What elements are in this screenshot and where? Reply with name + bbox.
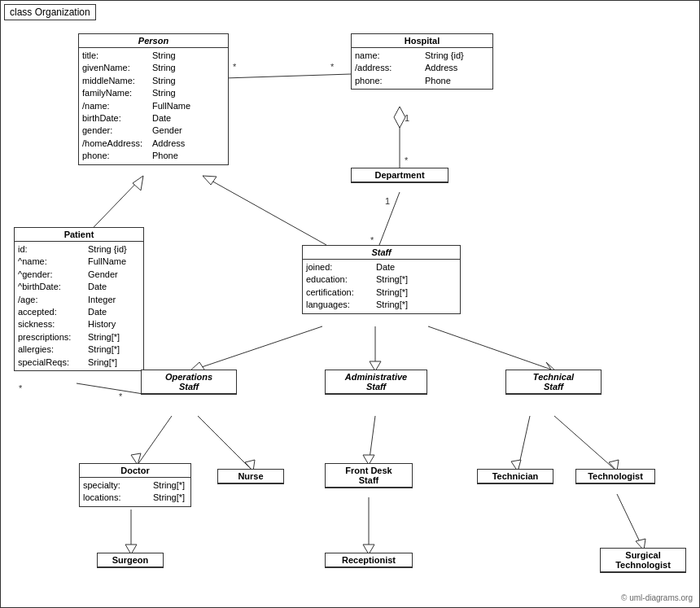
svg-line-21 xyxy=(428,326,556,371)
operations-staff-box: Operations Staff xyxy=(141,370,237,395)
svg-text:*: * xyxy=(330,62,335,72)
svg-text:*: * xyxy=(119,391,123,401)
svg-marker-11 xyxy=(133,176,143,190)
receptionist-box: Receptionist xyxy=(325,553,413,568)
diagram-container: class Organization * * 1 * 1 * * * xyxy=(0,0,700,608)
svg-text:1: 1 xyxy=(405,113,409,123)
technologist-title: Technologist xyxy=(576,470,654,483)
svg-line-31 xyxy=(554,416,617,471)
svg-line-7 xyxy=(379,192,400,245)
technologist-box: Technologist xyxy=(575,469,655,484)
operations-staff-title: Operations Staff xyxy=(142,370,236,394)
svg-text:*: * xyxy=(19,383,23,393)
doctor-box: Doctor specialty:String[*] locations:Str… xyxy=(79,463,191,507)
doctor-title: Doctor xyxy=(80,464,190,478)
nurse-box: Nurse xyxy=(217,469,284,484)
admin-staff-box: Administrative Staff xyxy=(325,370,427,395)
technical-staff-title: Technical Staff xyxy=(506,370,601,394)
svg-line-27 xyxy=(369,416,375,465)
technician-box: Technician xyxy=(477,469,553,484)
svg-line-0 xyxy=(225,74,351,78)
technical-staff-box: Technical Staff xyxy=(505,370,602,395)
svg-line-17 xyxy=(190,326,322,371)
svg-line-12 xyxy=(203,176,326,245)
hospital-attrs: name:String {id} /address:Address phone:… xyxy=(352,48,492,89)
staff-attrs: joined:Date education:String[*] certific… xyxy=(303,260,460,313)
admin-staff-title: Administrative Staff xyxy=(326,370,427,394)
svg-line-25 xyxy=(198,416,253,471)
svg-text:*: * xyxy=(405,155,409,165)
svg-text:1: 1 xyxy=(385,196,390,206)
svg-line-16 xyxy=(77,383,143,394)
hospital-title: Hospital xyxy=(352,34,492,48)
svg-line-37 xyxy=(617,494,644,550)
copyright: © uml-diagrams.org xyxy=(621,593,693,602)
svg-marker-13 xyxy=(203,176,217,185)
svg-text:*: * xyxy=(233,62,237,72)
technician-title: Technician xyxy=(478,470,553,483)
hospital-box: Hospital name:String {id} /address:Addre… xyxy=(351,33,493,90)
svg-line-23 xyxy=(138,416,172,465)
person-title: Person xyxy=(79,34,228,48)
person-box: Person title:String givenName:String mid… xyxy=(78,33,229,165)
department-box: Department xyxy=(351,168,448,183)
surgeon-title: Surgeon xyxy=(98,553,163,567)
surgical-technologist-box: Surgical Technologist xyxy=(600,548,686,573)
svg-line-29 xyxy=(518,416,530,471)
surgeon-box: Surgeon xyxy=(97,553,164,568)
person-attrs: title:String givenName:String middleName… xyxy=(79,48,228,164)
patient-title: Patient xyxy=(15,228,143,242)
svg-marker-4 xyxy=(394,107,405,128)
receptionist-title: Receptionist xyxy=(326,553,412,567)
department-title: Department xyxy=(352,168,448,182)
patient-attrs: id:String {id} ^name:FullName ^gender:Ge… xyxy=(15,242,143,370)
nurse-title: Nurse xyxy=(218,470,283,483)
staff-title: Staff xyxy=(303,246,460,260)
front-desk-box: Front Desk Staff xyxy=(325,463,413,488)
doctor-attrs: specialty:String[*] locations:String[*] xyxy=(80,478,190,506)
svg-text:*: * xyxy=(370,235,374,245)
staff-box: Staff joined:Date education:String[*] ce… xyxy=(302,245,461,314)
patient-box: Patient id:String {id} ^name:FullName ^g… xyxy=(14,227,144,371)
front-desk-title: Front Desk Staff xyxy=(326,464,412,488)
diagram-title: class Organization xyxy=(4,4,96,20)
surgical-technologist-title: Surgical Technologist xyxy=(601,549,685,572)
